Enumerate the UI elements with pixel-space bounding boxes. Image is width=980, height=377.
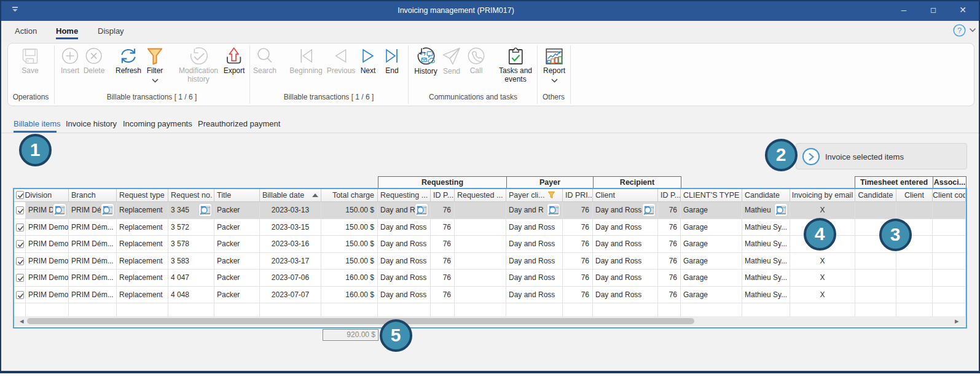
svg-text:?: ? xyxy=(957,26,962,35)
